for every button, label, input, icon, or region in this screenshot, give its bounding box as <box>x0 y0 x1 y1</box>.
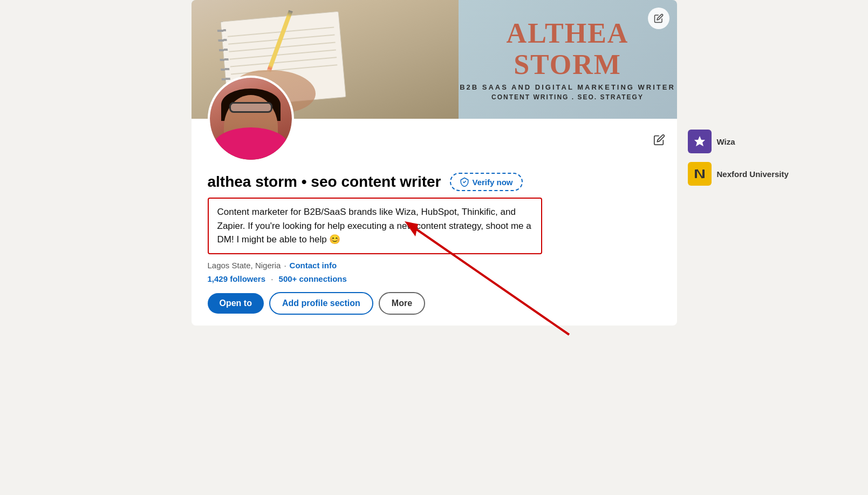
followers-row: 1,429 followers · 500+ connections <box>208 274 661 283</box>
svg-marker-0 <box>694 136 705 146</box>
wiza-logo <box>688 130 712 153</box>
about-section: Content marketer for B2B/SaaS brands lik… <box>208 198 542 254</box>
banner-tagline: CONTENT WRITING . SEO. STRATEGY <box>491 93 644 101</box>
profile-edit-button[interactable] <box>649 130 669 152</box>
company-sidebar: Wiza Nexford University <box>688 130 796 186</box>
connections-link[interactable]: 500+ connections <box>279 274 347 283</box>
action-buttons: Open to Add profile section More <box>208 292 661 315</box>
location-row: Lagos State, Nigeria · Contact info <box>208 261 661 270</box>
wiza-company-name: Wiza <box>717 137 735 146</box>
company-item-wiza[interactable]: Wiza <box>688 130 796 153</box>
verify-button[interactable]: Verify now <box>450 173 523 191</box>
profile-card: ALTHEA STORM B2B SAAS AND DIGITAL MARKET… <box>192 0 677 326</box>
wiza-icon <box>693 135 706 148</box>
followers-separator: · <box>271 274 275 283</box>
location-separator: · <box>284 261 286 270</box>
banner-text-area: ALTHEA STORM B2B SAAS AND DIGITAL MARKET… <box>459 0 677 119</box>
nexford-icon <box>693 167 706 180</box>
avatar-image <box>210 78 292 160</box>
svg-rect-2 <box>702 169 705 178</box>
banner-name: ALTHEA STORM <box>507 18 629 79</box>
shield-check-icon <box>460 177 469 187</box>
about-text: Content marketer for B2B/SaaS brands lik… <box>217 207 531 245</box>
nexford-company-name: Nexford University <box>717 169 789 179</box>
verify-button-label: Verify now <box>473 178 513 187</box>
pencil-icon <box>653 134 665 146</box>
company-item-nexford[interactable]: Nexford University <box>688 162 796 186</box>
banner-subtitle: B2B SAAS AND DIGITAL MARKETING WRITER <box>460 83 675 91</box>
nexford-logo <box>688 162 712 186</box>
pencil-icon <box>654 13 664 23</box>
open-to-button[interactable]: Open to <box>208 293 264 314</box>
location-text: Lagos State, Nigeria <box>208 261 281 270</box>
followers-link[interactable]: 1,429 followers <box>208 274 266 283</box>
profile-name: althea storm • seo content writer <box>208 173 441 191</box>
avatar <box>208 76 294 162</box>
add-profile-section-button[interactable]: Add profile section <box>269 292 373 315</box>
svg-rect-1 <box>695 169 697 178</box>
more-button[interactable]: More <box>379 292 425 315</box>
name-row: althea storm • seo content writer Verify… <box>208 173 661 191</box>
banner-edit-button[interactable] <box>648 8 669 29</box>
profile-info: althea storm • seo content writer Verify… <box>192 173 677 326</box>
contact-info-link[interactable]: Contact info <box>290 261 337 270</box>
